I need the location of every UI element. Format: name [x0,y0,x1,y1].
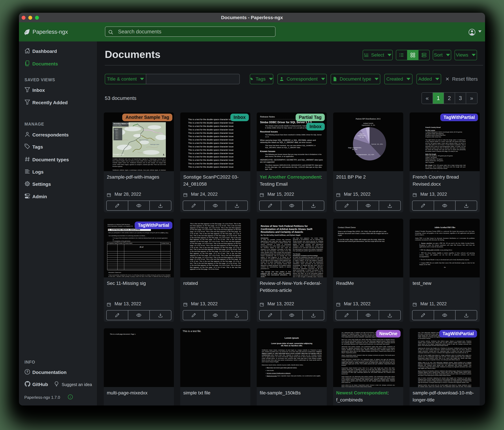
svg-text:Washington Island: Washington Island [150,144,159,145]
svg-text:Day 3: Day 3 [116,133,118,134]
svg-text:Day 2: Day 2 [116,132,118,133]
svg-text:Day 4: Day 4 [116,135,118,136]
svg-text:Day 6: Day 6 [116,138,118,139]
svg-text:Six days in BWCA: Six days in BWCA [114,125,122,126]
svg-text:Day 5: Day 5 [116,136,118,138]
svg-text:New Found Island: New Found Island [139,139,148,140]
svg-text:Legend: Legend [114,129,118,130]
svg-text:Day 1: Day 1 [116,131,118,131]
svg-text:Google Earth: Google Earth [113,153,124,155]
svg-text:?: ? [26,370,28,374]
svg-text:Boundary Waters Trip: Boundary Waters Trip [114,123,130,124]
svg-text:i: i [70,395,71,399]
